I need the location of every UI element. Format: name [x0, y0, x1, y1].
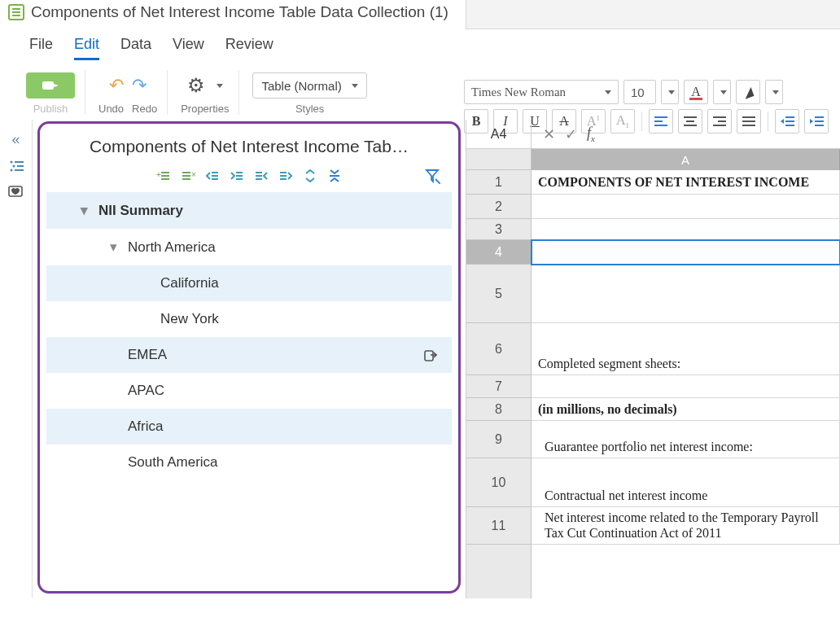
row-header[interactable]: 8	[466, 398, 531, 421]
svg-rect-35	[212, 178, 218, 180]
document-title: Components of Net Interest Income Table …	[31, 3, 448, 21]
fill-color-caret[interactable]	[765, 80, 783, 104]
publish-label: Publish	[33, 103, 68, 115]
tree-item-africa[interactable]: Africa	[46, 409, 452, 445]
svg-rect-37	[236, 175, 243, 177]
font-color-button[interactable]: A	[684, 80, 708, 104]
outline-panel: Components of Net Interest Income Tab… +…	[37, 121, 461, 594]
row-header[interactable]: 2	[466, 195, 531, 219]
tree-item-emea[interactable]: EMEA	[46, 337, 452, 373]
svg-rect-38	[236, 178, 243, 180]
row-header[interactable]: 7	[466, 375, 531, 398]
svg-rect-36	[236, 172, 243, 173]
svg-rect-41	[256, 178, 262, 180]
style-caret-icon	[352, 84, 358, 88]
font-size-caret[interactable]	[661, 80, 679, 104]
tree-item-south-america[interactable]: South America	[46, 445, 452, 480]
menu-view[interactable]: View	[173, 36, 204, 60]
undo-icon[interactable]: ↶	[109, 75, 124, 96]
collapse-icon[interactable]	[326, 168, 343, 184]
remove-section-icon[interactable]: ×	[180, 168, 196, 184]
cell[interactable]	[532, 265, 840, 323]
grid[interactable]: 1234567891011 A COMPONENTS OF NET INTERE…	[466, 149, 840, 598]
link-out-icon[interactable]	[424, 348, 437, 361]
svg-rect-39	[256, 172, 262, 173]
expand-icon[interactable]	[302, 168, 318, 184]
collapse-rail-icon[interactable]: «	[11, 131, 20, 148]
svg-text:×: ×	[191, 170, 195, 179]
confirm-edit-icon[interactable]: ✓	[565, 125, 577, 143]
menu-edit[interactable]: Edit	[74, 36, 99, 60]
gear-icon[interactable]: ⚙	[187, 74, 205, 97]
row-header[interactable]: 11	[466, 507, 531, 545]
cancel-edit-icon[interactable]: ✕	[543, 125, 555, 143]
redo-icon[interactable]: ↷	[132, 75, 147, 96]
font-family-select[interactable]: Times New Roman	[464, 80, 619, 104]
cell[interactable]: (in millions, no decimals)	[532, 398, 840, 421]
outdent-icon[interactable]	[204, 168, 221, 184]
add-section-icon[interactable]: +	[155, 168, 172, 184]
tree-label: New York	[160, 311, 219, 327]
tree-item-north-america[interactable]: ▾ North America	[46, 229, 452, 265]
cell[interactable]: Guarantee portfolio net interest income:	[532, 421, 840, 458]
cell[interactable]: Completed segment sheets:	[532, 323, 840, 375]
menu-review[interactable]: Review	[225, 36, 273, 60]
move-left-icon[interactable]	[253, 168, 269, 184]
svg-rect-47	[425, 351, 433, 361]
col-header-a[interactable]: A	[532, 149, 840, 170]
move-right-icon[interactable]	[278, 168, 294, 184]
indent-icon[interactable]	[229, 168, 245, 184]
cell[interactable]	[532, 195, 840, 219]
caret-down-icon: ▾	[110, 239, 120, 256]
name-box[interactable]: A4	[466, 120, 532, 148]
tree-label: California	[160, 275, 219, 291]
tree-item-apac[interactable]: APAC	[46, 373, 452, 409]
properties-label: Properties	[181, 103, 229, 115]
menu-data[interactable]: Data	[120, 36, 151, 60]
left-rail: «	[0, 120, 33, 598]
svg-rect-34	[212, 175, 218, 177]
cell[interactable]	[532, 240, 840, 265]
svg-rect-30	[182, 175, 190, 177]
filter-icon[interactable]	[424, 168, 440, 184]
row-header[interactable]: 4	[466, 240, 531, 265]
cell[interactable]: Contractual net interest income	[532, 458, 840, 507]
svg-rect-0	[42, 81, 54, 90]
style-select[interactable]: Table (Normal)	[252, 72, 366, 99]
font-color-caret[interactable]	[713, 80, 731, 104]
tree-item-new-york[interactable]: New York	[46, 301, 452, 337]
spreadsheet-panel: A4 ✕ ✓ fx 1234567891011 A COMPONENTS OF …	[466, 120, 840, 598]
row-header[interactable]: 9	[466, 421, 531, 458]
menu-bar: File Edit Data View Review	[0, 29, 840, 65]
styles-label: Styles	[295, 103, 324, 115]
cell[interactable]: Net interest income related to the Tempo…	[532, 507, 840, 545]
fx-icon[interactable]: fx	[587, 125, 595, 143]
caret-down-icon: ▾	[81, 202, 90, 219]
row-header[interactable]: 1	[466, 170, 531, 195]
tree-item-california[interactable]: California	[46, 265, 452, 301]
svg-text:+: +	[156, 170, 161, 179]
svg-line-46	[435, 179, 440, 184]
row-header[interactable]: 3	[466, 219, 531, 240]
svg-rect-44	[280, 178, 287, 180]
row-header[interactable]: 10	[466, 458, 531, 507]
outline-rail-icon[interactable]	[9, 160, 24, 173]
svg-rect-33	[212, 172, 218, 173]
tree-item-nii-summary[interactable]: ▾ NII Summary	[46, 192, 452, 229]
row-headers: 1234567891011	[466, 149, 532, 598]
font-size-input[interactable]: 10	[623, 80, 656, 104]
outline-toolbar: + ×	[46, 164, 452, 192]
favorites-rail-icon[interactable]	[8, 184, 24, 199]
cell[interactable]: COMPONENTS OF NET INTEREST INCOME	[532, 170, 840, 195]
tree-label: Africa	[128, 418, 163, 435]
publish-button[interactable]	[26, 72, 75, 99]
font-size-value: 10	[631, 85, 645, 99]
row-header[interactable]: 6	[466, 323, 531, 375]
row-header[interactable]: 5	[466, 265, 531, 323]
cell[interactable]	[532, 219, 840, 240]
properties-caret-icon[interactable]	[217, 84, 223, 88]
menu-file[interactable]: File	[29, 36, 53, 60]
fill-color-button[interactable]: ◢	[736, 80, 760, 104]
cell[interactable]	[532, 375, 840, 398]
tree-label: South America	[128, 454, 218, 471]
